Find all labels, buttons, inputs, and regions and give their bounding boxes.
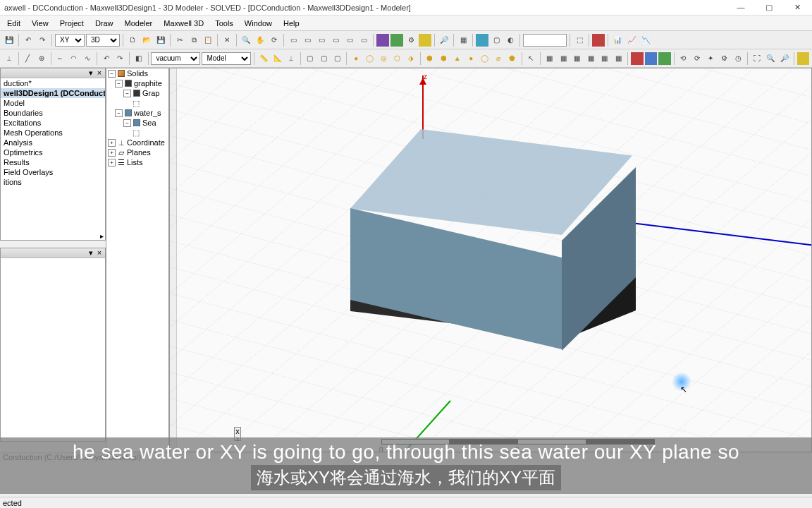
wire-icon[interactable]: ▢ xyxy=(490,34,503,47)
pan-icon[interactable]: ✋ xyxy=(254,34,266,47)
ring-icon[interactable]: ◯ xyxy=(364,52,376,65)
scroll-right-icon[interactable]: ▸ xyxy=(100,232,104,240)
refresh-icon[interactable]: ⟳ xyxy=(691,52,703,65)
menu-edit[interactable]: Edit xyxy=(1,16,26,31)
menu-draw[interactable]: Draw xyxy=(90,16,119,31)
measure2-icon[interactable]: 📐 xyxy=(271,52,284,65)
redo-button[interactable]: ↷ xyxy=(36,34,49,47)
tree-definitions[interactable]: itions xyxy=(1,177,105,187)
cone-icon[interactable]: ▲ xyxy=(451,52,464,65)
sphere-icon[interactable]: ● xyxy=(465,52,478,65)
collapse-icon[interactable]: − xyxy=(123,119,131,127)
minimize-button[interactable]: — xyxy=(730,3,751,12)
mesh2-icon[interactable]: ▦ xyxy=(558,52,570,65)
measure-icon[interactable]: 📏 xyxy=(257,52,270,65)
pick-icon[interactable]: ↖ xyxy=(525,52,538,65)
model-tree-lists[interactable]: + ☰ Lists xyxy=(106,157,168,167)
save-button[interactable]: 💾 xyxy=(3,34,16,47)
menu-tools[interactable]: Tools xyxy=(209,16,239,31)
gear-icon[interactable]: ⚙ xyxy=(718,52,731,65)
collapse-icon[interactable]: − xyxy=(108,70,116,78)
mesh6-icon[interactable]: ▦ xyxy=(613,52,625,65)
model-tree-createbox-2[interactable]: ⬚ xyxy=(106,128,168,138)
validate-icon[interactable] xyxy=(390,34,403,47)
menu-window[interactable]: Window xyxy=(239,16,278,31)
pin-icon[interactable]: ▾ xyxy=(87,248,95,258)
collapse-icon[interactable]: − xyxy=(123,90,131,97)
menu-help[interactable]: Help xyxy=(278,16,305,31)
collapse-icon[interactable]: − xyxy=(115,80,123,87)
cube-icon[interactable]: ⬢ xyxy=(424,52,436,65)
analyze-icon[interactable]: ⚙ xyxy=(405,34,417,47)
curve-icon[interactable]: ～ xyxy=(54,52,66,65)
cs-icon[interactable]: ⟂ xyxy=(3,52,16,65)
expand-icon[interactable]: + xyxy=(108,139,116,147)
prism-icon[interactable]: ⬟ xyxy=(506,52,519,65)
collapse-icon[interactable]: − xyxy=(115,109,123,117)
rect5-icon[interactable]: ▭ xyxy=(343,34,356,47)
grid-icon[interactable] xyxy=(797,52,810,65)
model-tree-water-mat[interactable]: − water_s xyxy=(106,108,168,118)
tree-project-root[interactable]: duction* xyxy=(1,78,105,88)
report-icon[interactable] xyxy=(419,34,431,47)
mode-combo[interactable]: Model xyxy=(202,52,251,65)
sim-icon[interactable] xyxy=(631,52,644,65)
viewport-3d[interactable]: z 0 3 6 (mm) ↖ xyxy=(169,68,812,452)
rect4-icon[interactable]: ▭ xyxy=(329,34,342,47)
filter-input[interactable] xyxy=(523,34,567,47)
pin-icon[interactable]: ▾ xyxy=(87,68,95,78)
close-icon[interactable]: × xyxy=(95,68,104,78)
shade-icon[interactable] xyxy=(476,34,488,47)
menu-project[interactable]: Project xyxy=(54,16,90,31)
bool-icon[interactable]: ⊕ xyxy=(35,52,48,65)
close-button[interactable]: ✕ xyxy=(787,3,808,12)
torus-icon[interactable]: ◯ xyxy=(479,52,491,65)
material-combo[interactable]: vacuum xyxy=(151,52,200,65)
maximize-button[interactable]: ▢ xyxy=(758,3,780,12)
new-button[interactable]: 🗋 xyxy=(126,34,139,47)
coord-combo[interactable]: XY xyxy=(55,34,85,47)
tree-optimetrics[interactable]: Optimetrics xyxy=(1,147,105,157)
layout-icon[interactable]: ▦ xyxy=(457,34,469,47)
zoom-out-icon[interactable]: 🔎 xyxy=(778,52,791,65)
menu-view[interactable]: View xyxy=(26,16,54,31)
search-icon[interactable]: 🔎 xyxy=(438,34,450,47)
tree-analysis[interactable]: Analysis xyxy=(1,138,105,147)
model-tree-graphite-obj[interactable]: − Grap xyxy=(106,88,168,98)
tree-boundaries[interactable]: Boundaries xyxy=(1,108,105,118)
cyl-icon[interactable]: ● xyxy=(350,52,362,65)
model-tree-createbox[interactable]: ⬚ xyxy=(106,98,168,108)
tree-results[interactable]: Results xyxy=(1,157,105,167)
close-icon[interactable]: × xyxy=(95,248,104,258)
view-combo[interactable]: 3D xyxy=(86,34,120,47)
sim3-icon[interactable] xyxy=(658,52,671,65)
sim2-icon[interactable] xyxy=(645,52,658,65)
orient-icon[interactable]: ◧ xyxy=(133,52,145,65)
tree-excitations[interactable]: Excitations xyxy=(1,118,105,128)
model-tree-sea-obj[interactable]: − Sea xyxy=(106,118,168,128)
ring2-icon[interactable]: ◎ xyxy=(377,52,390,65)
rect3-icon[interactable]: ▭ xyxy=(315,34,328,47)
menu-modeler[interactable]: Modeler xyxy=(119,16,159,31)
sweep-icon[interactable]: ⬗ xyxy=(405,52,418,65)
tree-mesh-operations[interactable]: Mesh Operations xyxy=(1,128,105,138)
model-tree-solids[interactable]: − Solids xyxy=(106,68,168,78)
model-tree-coord[interactable]: + ⟂ Coordinate xyxy=(106,138,168,147)
menu-maxwell3d[interactable]: Maxwell 3D xyxy=(158,16,209,31)
open-button[interactable]: 📂 xyxy=(140,34,153,47)
select-mode-icon[interactable] xyxy=(376,34,389,47)
rotate2-icon[interactable]: ⟲ xyxy=(677,52,690,65)
clock-icon[interactable]: ◷ xyxy=(732,52,745,65)
save2-button[interactable]: 💾 xyxy=(154,34,167,47)
undo-button[interactable]: ↶ xyxy=(22,34,35,47)
mesh4-icon[interactable]: ▦ xyxy=(585,52,598,65)
chart-icon[interactable]: 📊 xyxy=(611,34,624,47)
star-icon[interactable]: ✦ xyxy=(705,52,718,65)
redo2-icon[interactable]: ↷ xyxy=(114,52,127,65)
stop-icon[interactable] xyxy=(592,34,605,47)
zoom-icon[interactable]: 🔍 xyxy=(240,34,252,47)
cut-button[interactable]: ✂ xyxy=(173,34,186,47)
tree-model[interactable]: Model xyxy=(1,98,105,108)
expand-icon[interactable]: + xyxy=(108,159,116,167)
rect6-icon[interactable]: ▭ xyxy=(357,34,370,47)
